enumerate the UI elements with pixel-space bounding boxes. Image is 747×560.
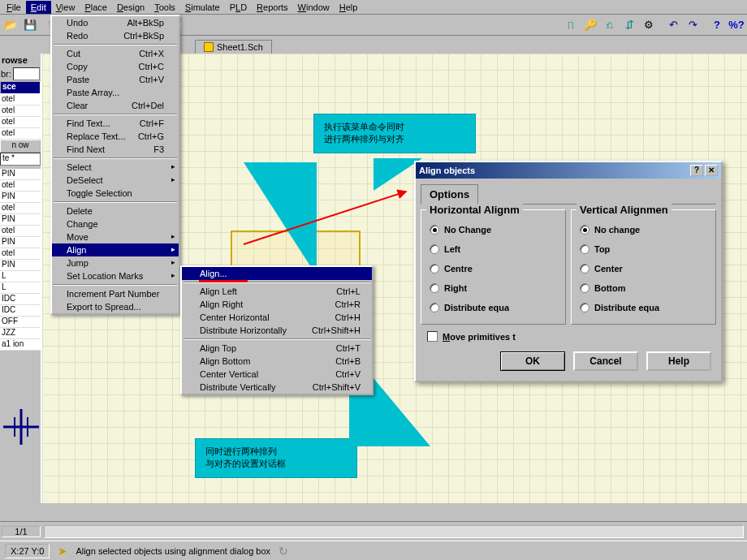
tab-sheet1[interactable]: Sheet1.Sch [195,40,272,54]
menu-place[interactable]: Place [80,1,112,14]
mi-select[interactable]: Select [52,161,179,174]
btn-n[interactable]: n ow [0,140,41,153]
mi-align-left[interactable]: Align LeftCtrl+L [182,285,372,298]
mi-find-next[interactable]: Find NextF3 [52,143,179,156]
radio-v-distribute[interactable]: Distribute equa [578,298,709,317]
menu-pld[interactable]: PLD [225,1,252,14]
list-item[interactable]: PIN [0,169,41,180]
menu-file[interactable]: File [2,1,26,14]
br-combo[interactable] [13,67,40,80]
list-item[interactable]: otel [0,128,41,140]
list-item[interactable]: PIN [0,237,41,248]
tool-icon[interactable]: ⚙ [640,16,658,34]
mi-export-spread[interactable]: Export to Spread... [52,300,179,313]
mi-find[interactable]: Find Text...Ctrl+F [52,117,179,130]
dialog-close-button[interactable]: ✕ [705,165,718,176]
mi-distribute-horizontal[interactable]: Distribute HorizontallyCtrl+Shift+H [182,324,372,337]
mi-copy[interactable]: CopyCtrl+C [52,60,179,73]
menu-window[interactable]: Window [293,1,335,14]
redo-icon[interactable]: ↷ [684,16,702,34]
mi-jump[interactable]: Jump [52,256,179,269]
checkbox-move-primitives[interactable]: Move primitives t [421,325,716,343]
radio-icon [430,303,439,312]
list-item[interactable]: otel [0,180,41,192]
mi-center-vertical[interactable]: Center VerticalCtrl+V [182,368,372,381]
list-item[interactable]: OFF [0,317,41,328]
open-icon[interactable]: 📂 [2,16,19,34]
list-item[interactable]: PIN [0,260,41,271]
list-item[interactable]: IDC [0,305,41,317]
list-item[interactable]: otel [0,117,41,128]
save-icon[interactable]: 💾 [21,16,39,34]
menu-tools[interactable]: Tools [149,1,180,14]
radio-v-center[interactable]: Center [578,259,709,278]
list-item[interactable]: a1 ion [0,339,41,351]
menu-design[interactable]: Design [112,1,149,14]
mi-toggle[interactable]: Toggle Selection [52,187,179,200]
radio-h-left[interactable]: Left [428,239,559,259]
filter-input[interactable]: te * [0,153,41,166]
horizontal-scrollbar[interactable] [44,525,744,538]
hierarchy-icon[interactable]: ⎍ [562,16,580,34]
mi-redo[interactable]: RedoCtrl+BkSp [52,29,179,42]
radio-v-top[interactable]: Top [578,239,709,259]
key-icon[interactable]: 🔑 [581,16,599,34]
help-icon[interactable]: ? [708,16,726,34]
mi-inc-part[interactable]: Increment Part Number [52,287,179,300]
list-header-selected[interactable]: sce [0,81,41,94]
dialog-help-button[interactable]: ? [690,165,703,176]
mi-replace[interactable]: Replace Text...Ctrl+G [52,130,179,143]
group-legend: Horizontal Alignm [426,204,523,216]
mi-paste[interactable]: PasteCtrl+V [52,73,179,86]
menu-view[interactable]: View [51,1,80,14]
tab-options[interactable]: Options [421,184,478,205]
list-item[interactable]: IDC [0,294,41,305]
mi-paste-array[interactable]: Paste Array... [52,86,179,99]
list-item[interactable]: JZZ [0,328,41,339]
list-item[interactable]: L [0,282,41,294]
help-button[interactable]: Help [646,351,711,371]
menu-edit[interactable]: Edit [26,1,51,14]
list-item[interactable]: otel [0,106,41,117]
radio-h-nochange[interactable]: No Change [428,220,559,239]
list-item[interactable]: otel [0,248,41,260]
list-item[interactable]: L [0,271,41,282]
mi-align-bottom[interactable]: Align BottomCtrl+B [182,355,372,368]
list-item[interactable]: PIN [0,192,41,203]
mi-clear[interactable]: ClearCtrl+Del [52,99,179,112]
mi-center-horizontal[interactable]: Center HorizontalCtrl+H [182,311,372,324]
radio-h-distribute[interactable]: Distribute equa [428,298,559,317]
ok-button[interactable]: OK [500,351,565,371]
menu-help[interactable]: Help [335,1,363,14]
radio-h-centre[interactable]: Centre [428,259,559,278]
mi-deselect[interactable]: DeSelect [52,174,179,187]
list-item[interactable]: PIN [0,214,41,226]
undo-icon[interactable]: ↶ [664,16,682,34]
radio-h-right[interactable]: Right [428,278,559,298]
whatsthis-icon[interactable]: %? [728,16,745,34]
radio-v-nochange[interactable]: No change [578,220,709,239]
menu-simulate[interactable]: Simulate [180,1,225,14]
mi-delete[interactable]: Delete [52,205,179,218]
browse-icon[interactable]: ⎌ [601,16,619,34]
mi-align[interactable]: Align [52,243,179,256]
mi-change[interactable]: Change [52,218,179,230]
dialog-titlebar[interactable]: Align objects ? ✕ [416,162,721,179]
mi-distribute-vertical[interactable]: Distribute VerticallyCtrl+Shift+V [182,381,372,394]
cancel-button[interactable]: Cancel [573,351,638,371]
mi-align-dialog[interactable]: Align... [182,267,372,280]
page-indicator[interactable]: 1/1 [2,526,41,537]
list-item[interactable]: otel [0,94,41,106]
mi-align-right[interactable]: Align RightCtrl+R [182,298,372,311]
mi-cut[interactable]: CutCtrl+X [52,47,179,60]
list-item[interactable]: otel [0,203,41,214]
radio-icon [430,244,439,254]
mi-align-top[interactable]: Align TopCtrl+T [182,342,372,355]
list-item[interactable]: otel [0,226,41,237]
menu-reports[interactable]: Reports [252,1,293,14]
mi-move[interactable]: Move [52,230,179,243]
updown-icon[interactable]: ⇵ [620,16,638,34]
mi-undo[interactable]: UndoAlt+BkSp [52,16,179,29]
radio-v-bottom[interactable]: Bottom [578,278,709,298]
mi-setloc[interactable]: Set Location Marks [52,269,179,282]
